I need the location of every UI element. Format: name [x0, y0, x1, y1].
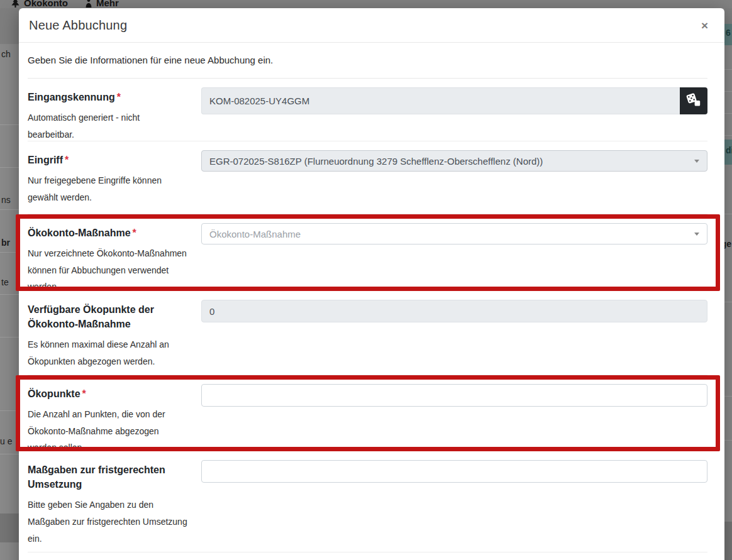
field-row-massgaben: Maßgaben zur fristgerechten Umsetzung Bi…	[28, 451, 707, 552]
modal-header: Neue Abbuchung ×	[19, 8, 724, 43]
tree-icon	[11, 0, 19, 8]
field-label: Eingangskennung*	[28, 90, 187, 104]
required-marker: *	[82, 388, 86, 399]
field-help-text: Automatisch generiert - nicht bearbeitba…	[28, 109, 187, 143]
background-text-fragment: 6	[726, 28, 731, 38]
field-row-verfuegbare-oekopunkte: Verfügbare Ökopunkte der Ökokonto-Maßnah…	[28, 291, 707, 375]
nav-item-label: Mehr	[96, 0, 119, 8]
modal-intro-text: Geben Sie die Informationen für eine neu…	[28, 43, 707, 79]
dice-icon	[686, 92, 701, 109]
massgaben-input[interactable]	[201, 460, 707, 483]
background-text-fragment: ch	[1, 49, 11, 59]
field-label: Eingriff*	[28, 153, 187, 167]
oekokonto-massnahme-select[interactable]: Ökokonto-Maßnahme	[201, 223, 707, 244]
background-block	[724, 8, 732, 24]
nav-item-oekokonto: Ökokonto	[11, 0, 68, 8]
close-icon[interactable]: ×	[699, 17, 711, 34]
background-selected-row: di	[724, 140, 732, 165]
field-help-text: Die Anzahl an Punkten, die von der Ökoko…	[28, 406, 187, 456]
oekopunkte-input[interactable]	[201, 384, 707, 407]
background-block	[0, 8, 19, 44]
field-row-eingriff: Eingriff* Nur freigegebene Eingriffe kön…	[28, 141, 707, 214]
field-help-text: Nur freigegebene Eingriffe können gewähl…	[28, 172, 187, 206]
background-text-fragment: u e	[0, 436, 12, 446]
nav-item-mehr: Mehr	[86, 0, 119, 8]
nav-item-label: Ökokonto	[24, 0, 68, 8]
field-label: Ökopunkte*	[28, 387, 187, 401]
modal-title: Neue Abbuchung	[29, 18, 127, 33]
background-text-fragment: ns	[1, 195, 11, 205]
modal-body: Geben Sie die Informationen für eine neu…	[19, 43, 724, 552]
field-label: Maßgaben zur fristgerechten Umsetzung	[28, 463, 187, 491]
field-label: Ökokonto-Maßnahme*	[28, 226, 187, 240]
background-block	[724, 522, 732, 560]
background-selected-row: 6	[724, 24, 732, 45]
required-marker: *	[117, 92, 121, 102]
background-text-fragment: te	[1, 277, 9, 287]
field-help-text: Bitte geben Sie Angaben zu den Maßgaben …	[28, 497, 187, 547]
eingangskennung-input[interactable]	[201, 87, 680, 114]
generate-id-button[interactable]	[680, 87, 707, 114]
verfuegbare-oekopunkte-input[interactable]	[201, 300, 707, 322]
field-help-text: Es können maximal diese Anzahl an Ökopun…	[28, 336, 187, 370]
eingriff-select[interactable]: EGR-072025-S816ZP (Flurneuordnung 3279 S…	[201, 150, 707, 172]
field-help-text: Nur verzeichnete Ökokonto-Maßnahmen könn…	[28, 245, 187, 295]
chevron-down-icon	[694, 233, 699, 236]
select-value: EGR-072025-S816ZP (Flurneuordnung 3279 S…	[209, 156, 543, 167]
new-debit-modal: Neue Abbuchung × Geben Sie die Informati…	[19, 8, 724, 560]
background-topbar: Ökokonto Mehr	[0, 0, 732, 8]
required-marker: *	[65, 155, 69, 165]
person-icon	[86, 0, 92, 8]
required-marker: *	[133, 228, 136, 238]
field-row-oekokonto-massnahme: Ökokonto-Maßnahme* Nur verzeichnete Ökok…	[28, 214, 707, 291]
chevron-down-icon	[694, 160, 699, 163]
field-row-oekopunkte: Ökopunkte* Die Anzahl an Punkten, die vo…	[28, 375, 707, 451]
background-block	[0, 513, 19, 542]
background-text-fragment: br	[1, 238, 10, 248]
select-placeholder: Ökokonto-Maßnahme	[209, 229, 301, 239]
background-text-fragment: di	[726, 145, 732, 155]
field-label: Verfügbare Ökopunkte der Ökokonto-Maßnah…	[28, 302, 187, 331]
field-row-eingangskennung: Eingangskennung* Automatisch generiert -…	[28, 79, 707, 141]
